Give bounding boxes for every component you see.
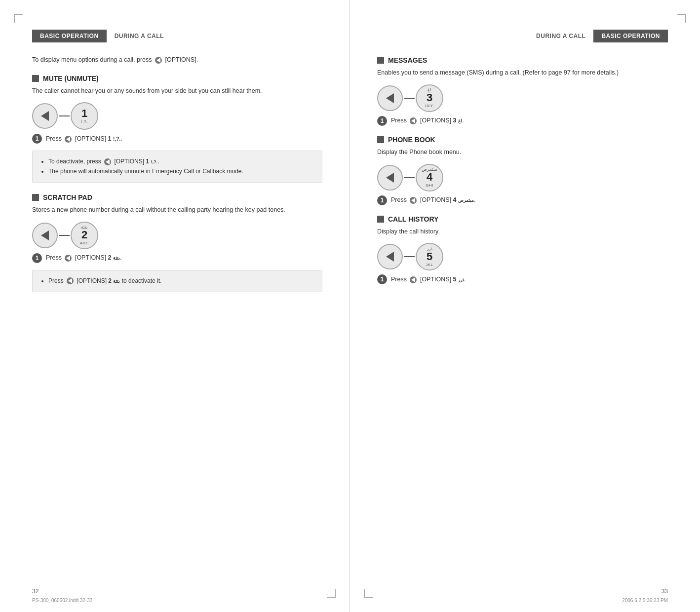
- messages-title: MESSAGES: [388, 56, 427, 64]
- mute-options-icon-1: [65, 136, 72, 143]
- right-header-tag-during-call: DURING A CALL: [528, 30, 593, 42]
- messages-step-text: Press [OPTIONS] 3 اغ.: [391, 117, 464, 124]
- mute-square-icon: [32, 75, 39, 82]
- scratch-title: SCRATCH PAD: [43, 193, 92, 201]
- mute-body-text: The caller cannot hear you or any sounds…: [32, 86, 322, 96]
- corner-mark-bl: [364, 589, 373, 598]
- messages-square-icon: [377, 57, 384, 64]
- phonebook-step-circle: 1: [377, 195, 387, 205]
- intro-text: To display menu options during a call, p…: [32, 56, 322, 64]
- mute-title: MUTE (UNMUTE): [43, 75, 99, 82]
- callhistory-step-circle: 1: [377, 274, 387, 284]
- scratch-step-circle: 1: [32, 253, 42, 263]
- header-tag-basic-operation: BASIC OPERATION: [32, 30, 107, 42]
- scratch-options-icon-bullet1: [67, 277, 74, 284]
- callhistory-step1: 1 Press [OPTIONS] 5 ذرز.: [377, 274, 668, 284]
- options-key-icon-intro: [155, 57, 162, 64]
- header-tag-during-call: DURING A CALL: [107, 30, 172, 42]
- scratch-bullet-list: Press [OPTIONS] 2 بتثة to deactivate it.: [32, 270, 322, 292]
- corner-mark-br: [327, 589, 336, 598]
- messages-options-icon-1: [410, 117, 417, 124]
- scratch-bullet-1: Press [OPTIONS] 2 بتثة to deactivate it.: [48, 276, 314, 286]
- callhistory-options-icon-1: [410, 276, 417, 283]
- phonebook-step1: 1 Press [OPTIONS] 4 ميتمرص.: [377, 195, 668, 205]
- scratch-square-icon: [32, 194, 39, 201]
- scratch-key-diagram: بتثة 2 ABC: [32, 222, 322, 249]
- scratch-options-key: [32, 223, 58, 248]
- left-header: BASIC OPERATION DURING A CALL: [32, 30, 322, 42]
- messages-step1: 1 Press [OPTIONS] 3 اغ.: [377, 116, 668, 126]
- scratch-step1: 1 Press [OPTIONS] 2 بتثة.: [32, 253, 322, 263]
- messages-options-key: [377, 85, 403, 111]
- callhistory-step-text: Press [OPTIONS] 5 ذرز.: [391, 276, 466, 283]
- mute-step1: 1 Press [OPTIONS] 1 !,?..: [32, 134, 322, 144]
- scratch-section-header: SCRATCH PAD: [32, 193, 322, 201]
- phonebook-number-key: ميتمرص 4 GHI: [416, 164, 443, 191]
- phonebook-section-header: PHONE BOOK: [377, 136, 668, 144]
- footer-right: 2006.6.2 5:36:23 PM: [622, 598, 668, 603]
- messages-arrow: [404, 98, 415, 99]
- mute-step-text: Press [OPTIONS] 1 !,?..: [46, 135, 122, 143]
- page-num-left: 32: [32, 588, 39, 595]
- mute-number-key: 1 !,?.: [71, 102, 98, 130]
- scratch-number-key: بتثة 2 ABC: [71, 222, 98, 249]
- mute-options-key: [32, 103, 58, 129]
- corner-mark-tl: [14, 14, 23, 23]
- mute-bullet-1: To deactivate, press [OPTIONS] 1 !,?..: [48, 157, 314, 166]
- right-page: DURING A CALL BASIC OPERATION MESSAGES E…: [350, 0, 700, 612]
- phonebook-square-icon: [377, 136, 384, 143]
- scratch-body-text: Stores a new phone number during a call …: [32, 205, 322, 215]
- messages-body-text: Enables you to send a message (SMS) duri…: [377, 68, 668, 77]
- callhistory-key-diagram: ذرز 5 JKL: [377, 243, 668, 270]
- right-header: DURING A CALL BASIC OPERATION: [377, 30, 668, 42]
- messages-key-diagram: اغ 3 DEF: [377, 84, 668, 112]
- phonebook-key-diagram: ميتمرص 4 GHI: [377, 164, 668, 191]
- phonebook-options-icon-1: [410, 197, 417, 204]
- scratch-step-text: Press [OPTIONS] 2 بتثة.: [46, 254, 122, 262]
- messages-section-header: MESSAGES: [377, 56, 668, 64]
- callhistory-square-icon: [377, 216, 384, 223]
- phonebook-step-text: Press [OPTIONS] 4 ميتمرص.: [391, 196, 476, 204]
- mute-bullet-2: The phone will automatically unmute in E…: [48, 167, 314, 176]
- footer-left: PS-300_060602.indd 32-33: [32, 598, 92, 603]
- mute-section-header: MUTE (UNMUTE): [32, 75, 322, 82]
- page-num-right: 33: [661, 588, 668, 595]
- corner-mark-tr: [677, 14, 686, 23]
- callhistory-section-header: CALL HISTORY: [377, 215, 668, 223]
- callhistory-title: CALL HISTORY: [388, 215, 438, 223]
- mute-options-icon-bullet1: [104, 158, 111, 165]
- callhistory-options-key: [377, 244, 403, 269]
- mute-key-diagram: 1 !,?.: [32, 102, 322, 130]
- phonebook-options-key: [377, 165, 403, 191]
- phonebook-body-text: Display the Phone book menu.: [377, 148, 668, 157]
- mute-bullet-list: To deactivate, press [OPTIONS] 1 !,?.. T…: [32, 151, 322, 182]
- phonebook-arrow: [404, 177, 415, 178]
- scratch-options-icon-1: [65, 255, 72, 262]
- right-header-tag-basic-operation: BASIC OPERATION: [593, 30, 668, 42]
- callhistory-body-text: Display the call history.: [377, 227, 668, 236]
- messages-step-circle: 1: [377, 116, 387, 126]
- callhistory-number-key: ذرز 5 JKL: [416, 243, 443, 270]
- mute-step-circle: 1: [32, 134, 42, 144]
- callhistory-arrow: [404, 256, 415, 257]
- mute-arrow: [59, 115, 70, 116]
- scratch-arrow: [59, 235, 70, 236]
- left-page: BASIC OPERATION DURING A CALL To display…: [0, 0, 350, 612]
- messages-number-key: اغ 3 DEF: [416, 84, 443, 112]
- phonebook-title: PHONE BOOK: [388, 136, 435, 144]
